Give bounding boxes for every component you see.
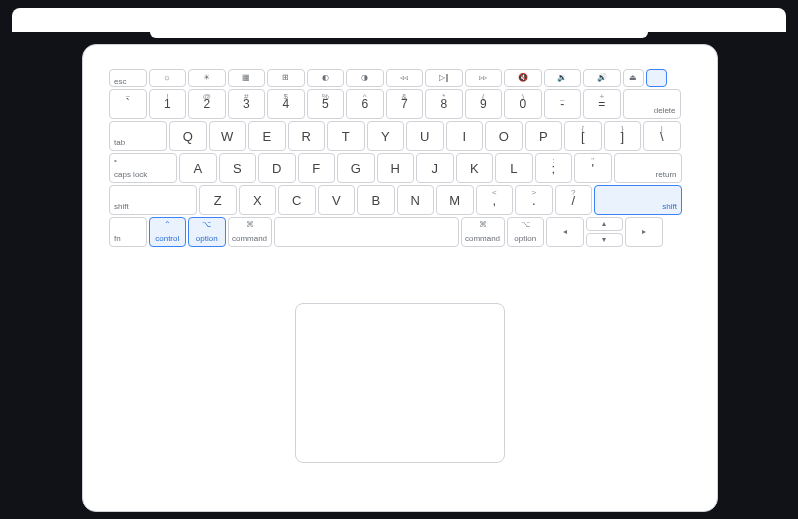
key-arrow-left[interactable]: ◂ (546, 217, 584, 247)
key-j[interactable]: J (416, 153, 454, 183)
key-d[interactable]: D (258, 153, 296, 183)
key-backslash[interactable]: |\ (643, 121, 681, 151)
key-option-left[interactable]: ⌥option (188, 217, 226, 247)
key-q[interactable]: Q (169, 121, 207, 151)
key-f6[interactable]: ◑ (346, 69, 384, 87)
key-f3[interactable]: ▦ (228, 69, 266, 87)
key-command-left[interactable]: ⌘command (228, 217, 272, 247)
key-backtick[interactable]: ~` (109, 89, 147, 119)
key-f[interactable]: F (298, 153, 336, 183)
key-eject[interactable]: ⏏ (623, 69, 644, 87)
key-f12[interactable]: 🔊 (583, 69, 621, 87)
key-t[interactable]: T (327, 121, 365, 151)
key-r[interactable]: R (288, 121, 326, 151)
key-u[interactable]: U (406, 121, 444, 151)
key-9[interactable]: (9 (465, 89, 503, 119)
key-4[interactable]: $4 (267, 89, 305, 119)
row-q: tab Q W E R T Y U I O P {[ }] |\ (109, 121, 691, 151)
key-n[interactable]: N (397, 185, 435, 215)
key-e[interactable]: E (248, 121, 286, 151)
key-6[interactable]: ^6 (346, 89, 384, 119)
key-c[interactable]: C (278, 185, 316, 215)
key-y[interactable]: Y (367, 121, 405, 151)
key-bracket-l[interactable]: {[ (564, 121, 602, 151)
key-capslock[interactable]: •caps lock (109, 153, 177, 183)
key-h[interactable]: H (377, 153, 415, 183)
key-f2[interactable]: ☀ (188, 69, 226, 87)
key-shift-right[interactable]: shift (594, 185, 682, 215)
arrow-cluster: ◂ ▴ ▾ ▸ (546, 217, 663, 247)
key-comma[interactable]: <, (476, 185, 514, 215)
key-shift-left[interactable]: shift (109, 185, 197, 215)
key-f8[interactable]: ▷‖ (425, 69, 463, 87)
trackpad[interactable] (295, 303, 505, 463)
laptop-hinge (150, 32, 648, 38)
key-p[interactable]: P (525, 121, 563, 151)
key-f1[interactable]: ☼ (149, 69, 187, 87)
key-k[interactable]: K (456, 153, 494, 183)
key-1[interactable]: !1 (149, 89, 187, 119)
key-3[interactable]: #3 (228, 89, 266, 119)
key-lock[interactable] (646, 69, 667, 87)
key-5[interactable]: %5 (307, 89, 345, 119)
key-slash[interactable]: ?/ (555, 185, 593, 215)
key-x[interactable]: X (239, 185, 277, 215)
key-f9[interactable]: ▹▹ (465, 69, 503, 87)
key-bracket-r[interactable]: }] (604, 121, 642, 151)
key-f7[interactable]: ◃◃ (386, 69, 424, 87)
row-modifiers: fn ⌃control ⌥option ⌘command ⌘command ⌥o… (109, 217, 691, 247)
key-quote[interactable]: "' (574, 153, 612, 183)
row-z: shift Z X C V B N M <, >. ?/ shift (109, 185, 691, 215)
key-b[interactable]: B (357, 185, 395, 215)
key-arrow-right[interactable]: ▸ (625, 217, 663, 247)
key-delete[interactable]: delete (623, 89, 681, 119)
key-m[interactable]: M (436, 185, 474, 215)
key-w[interactable]: W (209, 121, 247, 151)
key-a[interactable]: A (179, 153, 217, 183)
key-equals[interactable]: += (583, 89, 621, 119)
row-function: esc ☼ ☀ ▦ ⊞ ◐ ◑ ◃◃ ▷‖ ▹▹ 🔇 🔉 🔊 ⏏ (109, 69, 691, 87)
key-period[interactable]: >. (515, 185, 553, 215)
key-return[interactable]: return (614, 153, 682, 183)
key-o[interactable]: O (485, 121, 523, 151)
key-control[interactable]: ⌃control (149, 217, 187, 247)
key-7[interactable]: &7 (386, 89, 424, 119)
key-command-right[interactable]: ⌘command (461, 217, 505, 247)
key-tab[interactable]: tab (109, 121, 167, 151)
key-f5[interactable]: ◐ (307, 69, 345, 87)
row-a: •caps lock A S D F G H J K L :; "' retur… (109, 153, 691, 183)
laptop-body: esc ☼ ☀ ▦ ⊞ ◐ ◑ ◃◃ ▷‖ ▹▹ 🔇 🔉 🔊 ⏏ ~` !1 (82, 44, 718, 512)
key-0[interactable]: )0 (504, 89, 542, 119)
key-f11[interactable]: 🔉 (544, 69, 582, 87)
key-minus[interactable]: _- (544, 89, 582, 119)
key-option-right[interactable]: ⌥option (507, 217, 545, 247)
key-2[interactable]: @2 (188, 89, 226, 119)
key-s[interactable]: S (219, 153, 257, 183)
key-g[interactable]: G (337, 153, 375, 183)
key-fn[interactable]: fn (109, 217, 147, 247)
keyboard: esc ☼ ☀ ▦ ⊞ ◐ ◑ ◃◃ ▷‖ ▹▹ 🔇 🔉 🔊 ⏏ ~` !1 (109, 69, 691, 249)
key-v[interactable]: V (318, 185, 356, 215)
key-i[interactable]: I (446, 121, 484, 151)
key-arrow-down[interactable]: ▾ (586, 233, 624, 247)
row-numbers: ~` !1 @2 #3 $4 %5 ^6 &7 *8 (9 )0 _- += d… (109, 89, 691, 119)
laptop-lid (12, 8, 786, 32)
key-semicolon[interactable]: :; (535, 153, 573, 183)
key-f10[interactable]: 🔇 (504, 69, 542, 87)
key-l[interactable]: L (495, 153, 533, 183)
key-8[interactable]: *8 (425, 89, 463, 119)
key-f4[interactable]: ⊞ (267, 69, 305, 87)
key-z[interactable]: Z (199, 185, 237, 215)
key-arrow-up[interactable]: ▴ (586, 217, 624, 231)
key-esc[interactable]: esc (109, 69, 147, 87)
key-space[interactable] (274, 217, 459, 247)
